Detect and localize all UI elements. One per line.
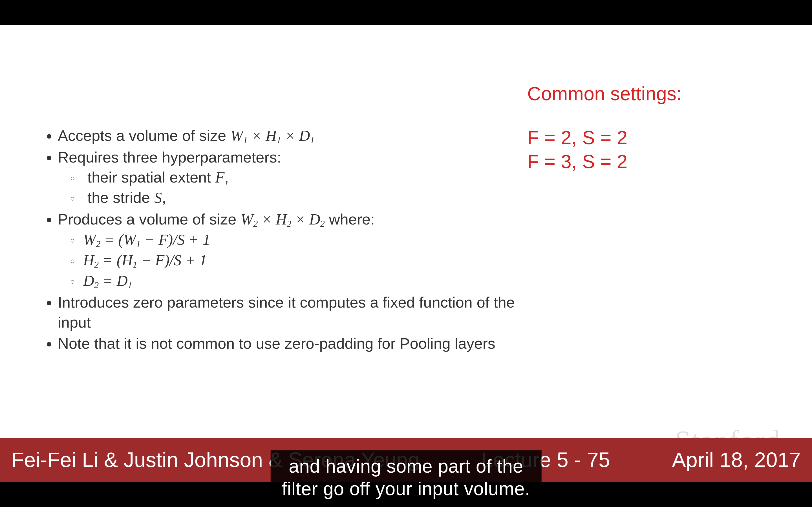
common-settings-line1: F = 2, S = 2 <box>527 126 781 149</box>
video-subtitle: and having some part of the filter go of… <box>271 450 542 507</box>
sub-w2: W2 = (W1 − F)/S + 1 <box>83 230 517 250</box>
slide-content: Accepts a volume of size W1 × H1 × D1 Re… <box>38 126 517 355</box>
slide-area: Accepts a volume of size W1 × H1 × D1 Re… <box>0 25 812 482</box>
bullet-zero-params: Introduces zero parameters since it comp… <box>58 292 517 333</box>
bullet-produces: Produces a volume of size W2 × H2 × D2 w… <box>58 209 517 291</box>
common-settings: Common settings: F = 2, S = 2 F = 3, S =… <box>527 82 781 173</box>
subtitle-line2: filter go off your input volume. <box>282 477 530 500</box>
sub-h2: H2 = (H1 − F)/S + 1 <box>83 250 517 271</box>
bullet-accepts-text: Accepts a volume of size <box>58 127 231 144</box>
footer-date: April 18, 2017 <box>672 448 801 472</box>
sub-stride: the stride S, <box>83 187 517 208</box>
bullet-zero-padding: Note that it is not common to use zero-p… <box>58 334 517 353</box>
sub-spatial-extent: their spatial extent F, <box>83 167 517 187</box>
common-settings-title: Common settings: <box>527 82 781 105</box>
bullet-hyperparams: Requires three hyperparameters: their sp… <box>58 147 517 208</box>
bullet-produces-math: W2 × H2 × D2 <box>241 211 325 228</box>
bullet-accepts-math: W1 × H1 × D1 <box>231 127 315 144</box>
bullet-hyperparams-text: Requires three hyperparameters: <box>58 149 281 166</box>
common-settings-line2: F = 3, S = 2 <box>527 150 781 173</box>
sub-d2: D2 = D1 <box>83 271 517 291</box>
bullet-accepts: Accepts a volume of size W1 × H1 × D1 <box>58 126 517 146</box>
subtitle-line1: and having some part of the <box>282 455 530 478</box>
